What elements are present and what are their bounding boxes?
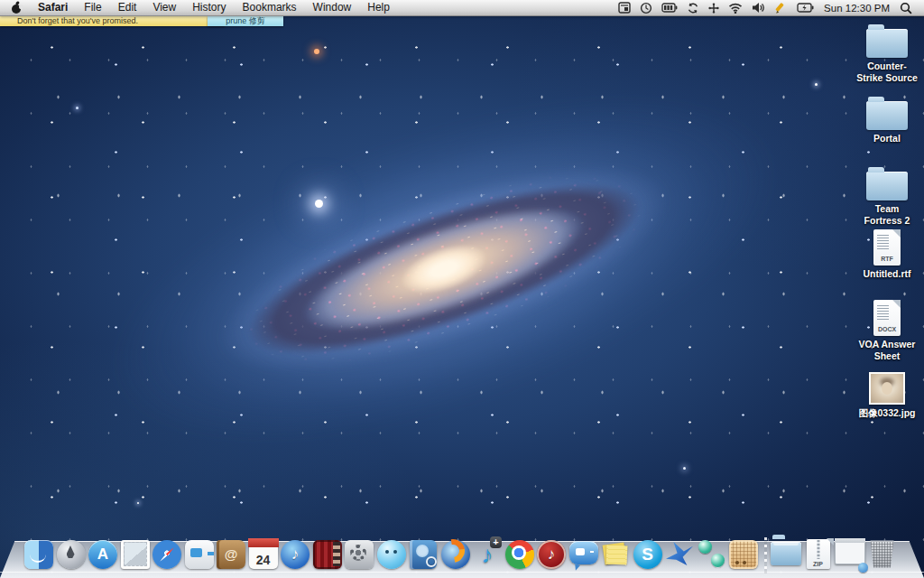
photo-portrait [871,374,903,403]
zip-label: ZIP [813,561,823,567]
sticky-notes-icon [601,540,630,569]
docx-document-icon: DOCX [873,300,901,336]
app-store-letter: A [97,545,108,564]
dock-item-music-note-plus-app[interactable]: ♪ [472,538,503,570]
desktop-icon-team-fortress-2[interactable]: Team Fortress 2 [845,166,924,227]
desktop-icon-counter-strike-source[interactable]: Counter- Strike Source [845,23,924,84]
dock-item-thunder-bird-app[interactable] [664,538,695,570]
dock-item-grid-board-app[interactable] [728,538,759,570]
apple-menu[interactable] [7,0,30,15]
dock-item-finder[interactable] [23,538,54,570]
spotlight-icon[interactable] [895,0,917,15]
document-badge: DOCX [873,326,901,332]
launchpad-rocket-icon [57,540,86,569]
sync-icon[interactable] [682,0,704,15]
dock-item-app-store[interactable]: A [88,538,118,570]
desktop-icon-portal[interactable]: Portal [845,96,924,144]
dock-item-itunes[interactable]: ♪ [280,538,310,570]
desktop-icon-voa-answer-sheet[interactable]: DOCX VOA Answer Sheet [845,300,924,362]
icon-label: 图像0332.jpg [845,407,924,419]
blue-drop-face-icon [377,540,406,569]
music-note-icon: ♪ [548,546,556,562]
desktop-icon-image-0332-jpg[interactable]: 图像0332.jpg [845,372,924,419]
yellow-reminder-note[interactable]: Don't forget that you've promised. [0,16,225,26]
wifi-icon[interactable] [724,0,747,15]
music-note-plus-icon: ♪ [482,543,494,566]
firefox-icon [441,540,470,569]
dock-item-mail[interactable] [120,538,151,570]
dock-item-saved-window-file[interactable] [835,538,865,570]
dock-item-photo-booth[interactable] [312,538,343,570]
dock-item-ichat[interactable] [568,538,599,570]
dock-item-blue-drop-chat-app[interactable] [376,538,407,570]
folder-icon [866,101,908,130]
safari-compass-icon [152,540,181,569]
menu-item-app-name[interactable]: Safari [30,0,76,15]
small-star [137,502,139,504]
dock-item-skype[interactable]: S [633,538,663,570]
dock-item-stickies[interactable] [600,538,631,570]
photo-thumbnail-icon [869,372,905,405]
menu-item-edit[interactable]: Edit [110,0,145,15]
icon-label: Team Fortress 2 [845,203,924,227]
dock-item-launchpad[interactable] [56,538,87,570]
menu-item-view[interactable]: View [144,0,184,15]
folder-icon [866,172,908,200]
menu-item-file[interactable]: File [76,0,109,15]
cyan-reminder-note[interactable]: prune 修剪 [208,16,283,26]
icon-label: Portal [845,133,924,144]
app-store-icon: A [88,540,117,569]
menu-item-bookmarks[interactable]: Bookmarks [235,0,305,15]
rtf-document-icon: RTF [873,229,901,266]
menu-item-help[interactable]: Help [359,0,398,15]
dock-item-red-music-app[interactable]: ♪ [536,538,567,570]
dock-item-address-book[interactable]: @ [216,538,246,570]
chrome-icon [505,540,534,569]
document-text-lines [877,235,889,249]
woven-grid-board-icon [729,540,758,569]
dock-separator [761,537,770,570]
music-note-icon: ♪ [291,546,300,562]
itunes-icon: ♪ [281,540,310,569]
battery-charging-icon[interactable] [792,0,818,15]
document-badge: RTF [873,256,901,262]
battery-icon[interactable] [657,0,682,15]
keyboard-nav-icon[interactable] [704,0,724,15]
dock-item-chrome[interactable] [504,538,535,570]
dock-item-dictionary[interactable] [408,538,439,570]
dock-item-documents-folder[interactable] [771,538,801,570]
bright-star [315,200,323,208]
dock-item-green-orbs-app[interactable] [697,538,727,570]
calendar-icon: 24 [249,540,278,569]
input-pen-icon[interactable] [770,0,792,15]
blue-folder-icon [771,542,801,565]
dock-item-safari[interactable] [152,538,182,570]
dock-item-facetime[interactable] [184,538,215,570]
dock-item-system-preferences[interactable] [344,538,374,570]
dock-shelf-edge [0,572,924,573]
dock-item-ical[interactable]: 24 [248,538,279,570]
desktop-icon-untitled-rtf[interactable]: RTF Untitled.rtf [845,229,924,280]
menu-item-history[interactable]: History [184,0,234,15]
input-window-icon[interactable] [614,0,635,15]
volume-icon[interactable] [747,0,770,15]
menu-bar: Safari File Edit View History Bookmarks … [0,0,924,16]
trash-can-icon [871,541,894,568]
facetime-camera-icon [185,540,214,569]
chat-bubble-camera-icon [569,541,598,564]
orange-star [314,49,319,54]
window-document-icon [835,541,865,564]
icon-label: Counter- Strike Source [845,61,924,84]
mail-stamp-icon [121,540,150,569]
dock-item-zip-archive[interactable]: ZIP [803,538,834,570]
green-orbs-icon [698,540,726,569]
time-machine-clock-icon[interactable] [635,0,657,15]
dock-item-firefox[interactable] [440,538,471,570]
dock-item-trash[interactable] [867,538,898,570]
menu-bar-clock[interactable]: Sun 12:30 PM [818,3,895,14]
cyan-note-text: prune 修剪 [226,16,265,25]
skype-icon: S [633,540,662,569]
desktop: Safari File Edit View History Bookmarks … [0,0,924,578]
menu-item-window[interactable]: Window [305,0,360,15]
blue-bird-icon [665,540,694,569]
